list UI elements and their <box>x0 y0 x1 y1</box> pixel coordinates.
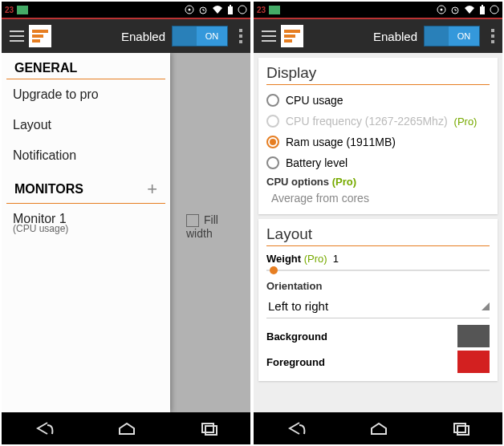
radio-battery-level[interactable]: Battery level <box>266 152 490 173</box>
status-bar: 23 <box>2 2 250 18</box>
toggle-thumb: ON <box>197 26 227 46</box>
orientation-label: Orientation <box>266 278 490 294</box>
action-bar: Enabled ON <box>2 18 250 53</box>
status-app-icon <box>17 6 28 14</box>
radio-icon <box>266 156 279 169</box>
svg-rect-15 <box>457 426 469 435</box>
status-cpu-indicator: 23 <box>257 6 266 14</box>
status-app-icon <box>269 6 280 14</box>
svg-point-5 <box>238 6 246 14</box>
foreground-swatch <box>457 351 490 373</box>
pro-badge: (Pro) <box>454 116 478 128</box>
radio-cpu-frequency: CPU frequency (1267-2265Mhz) (Pro) <box>266 111 490 132</box>
orientation-spinner[interactable]: Left to right <box>266 294 490 318</box>
drawer-toggle-icon[interactable] <box>257 24 281 48</box>
svg-point-1 <box>189 9 191 11</box>
phone-left: 23 Enabled ON <box>2 2 250 444</box>
overflow-menu-icon[interactable] <box>486 29 499 43</box>
display-card-title: Display <box>266 64 490 85</box>
content-area: Fill width GENERAL Upgrade to pro Layout… <box>2 53 250 412</box>
recents-icon[interactable] <box>452 421 471 436</box>
actionbar-title: Enabled <box>373 30 417 43</box>
target-icon <box>437 5 446 14</box>
add-monitor-icon[interactable]: + <box>147 179 157 200</box>
content-area: Display CPU usage CPU frequency (1267-22… <box>254 53 502 412</box>
actionbar-title: Enabled <box>121 30 165 43</box>
power-icon <box>490 5 499 14</box>
action-bar: Enabled ON <box>254 18 502 53</box>
nav-bar <box>2 412 250 444</box>
slider-thumb-icon <box>270 266 278 274</box>
nav-bar <box>254 412 502 444</box>
svg-rect-6 <box>202 424 213 432</box>
radio-cpu-usage[interactable]: CPU usage <box>266 90 490 111</box>
svg-rect-12 <box>482 5 483 6</box>
drawer-item-monitor1-sub: (CPU usage) <box>2 223 170 242</box>
radio-icon <box>266 136 279 148</box>
battery-icon <box>227 5 234 14</box>
section-header-monitors: MONITORS + <box>6 171 165 204</box>
pro-badge: (Pro) <box>304 253 327 265</box>
phone-right: 23 Enabled ON Display <box>254 2 502 444</box>
svg-rect-14 <box>454 424 465 432</box>
target-icon <box>185 5 194 14</box>
app-logo-icon <box>29 25 51 47</box>
layout-card: Layout Weight (Pro) 1 Orientation Left t… <box>258 219 498 381</box>
enabled-toggle[interactable]: ON <box>424 26 480 47</box>
display-card: Display CPU usage CPU frequency (1267-22… <box>258 58 498 214</box>
back-icon[interactable] <box>285 421 306 436</box>
svg-rect-3 <box>228 6 233 14</box>
status-cpu-indicator: 23 <box>5 6 14 14</box>
cpu-options-label: CPU options (Pro) <box>266 173 490 190</box>
home-icon[interactable] <box>369 421 388 436</box>
toggle-thumb: ON <box>449 26 479 46</box>
home-icon[interactable] <box>117 421 136 436</box>
recents-icon[interactable] <box>200 421 219 436</box>
svg-rect-4 <box>230 5 231 6</box>
radio-icon <box>266 115 279 128</box>
status-bar: 23 <box>254 2 502 18</box>
svg-point-13 <box>490 6 498 14</box>
alarm-icon <box>198 5 208 14</box>
wifi-icon <box>212 5 223 14</box>
app-logo-icon <box>281 25 303 47</box>
svg-point-9 <box>441 9 443 11</box>
radio-icon <box>266 94 279 107</box>
alarm-icon <box>450 5 460 14</box>
back-icon[interactable] <box>33 421 54 436</box>
enabled-toggle[interactable]: ON <box>172 26 228 47</box>
section-header-general: GENERAL <box>6 53 165 79</box>
layout-card-title: Layout <box>266 225 490 246</box>
overflow-menu-icon[interactable] <box>234 29 247 43</box>
battery-icon <box>479 5 486 14</box>
drawer-item-notification[interactable]: Notification <box>2 140 170 171</box>
weight-slider[interactable] <box>266 270 490 271</box>
drawer-toggle-icon[interactable] <box>5 24 29 48</box>
svg-rect-7 <box>205 426 217 435</box>
weight-row: Weight (Pro) 1 <box>266 251 490 266</box>
radio-ram-usage[interactable]: Ram usage (1911MB) <box>266 132 490 152</box>
wifi-icon <box>464 5 475 14</box>
foreground-row[interactable]: Foreground <box>266 349 490 375</box>
background-row[interactable]: Background <box>266 323 490 349</box>
cpu-options-value[interactable]: Average from cores <box>266 190 490 208</box>
background-swatch <box>457 325 490 347</box>
drawer-item-layout[interactable]: Layout <box>2 110 170 140</box>
pro-badge: (Pro) <box>332 176 356 188</box>
power-icon <box>238 5 247 14</box>
svg-rect-11 <box>480 6 485 14</box>
drawer-item-upgrade[interactable]: Upgrade to pro <box>2 79 170 110</box>
dropdown-icon <box>482 302 490 310</box>
nav-drawer: GENERAL Upgrade to pro Layout Notificati… <box>2 53 170 412</box>
